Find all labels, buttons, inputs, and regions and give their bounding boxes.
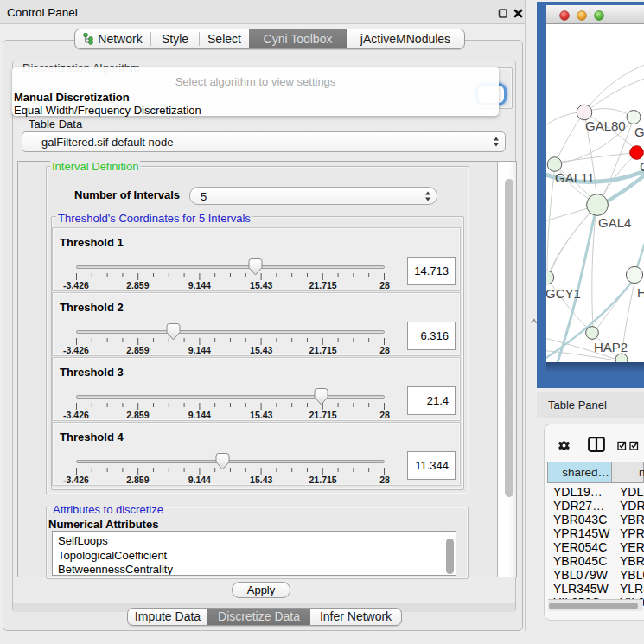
- svg-text:GAL11: GAL11: [555, 170, 595, 185]
- svg-text:H: H: [637, 285, 644, 300]
- svg-text:GAL80: GAL80: [585, 118, 626, 133]
- svg-text:GCY1: GCY1: [546, 286, 581, 301]
- svg-text:HAP2: HAP2: [594, 340, 628, 354]
- svg-text:C: C: [640, 159, 644, 174]
- svg-text:GAL4: GAL4: [598, 215, 631, 230]
- svg-text:G: G: [634, 124, 644, 139]
